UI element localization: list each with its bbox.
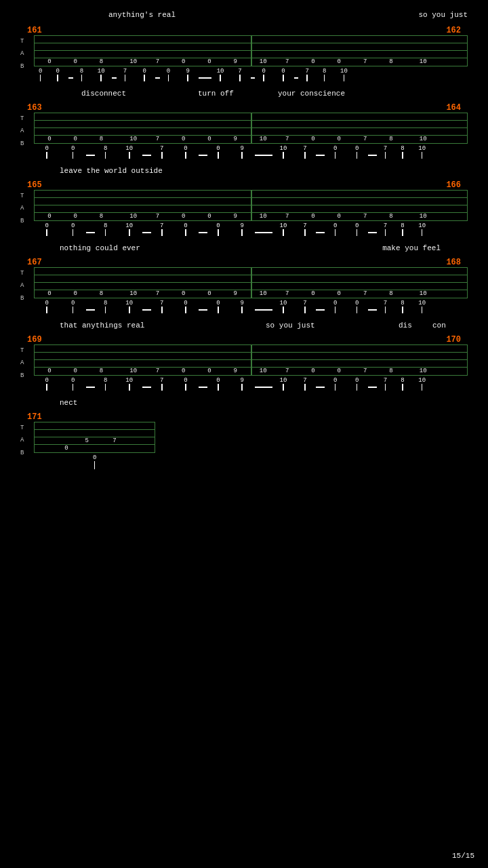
n4-2: 0 (73, 290, 77, 297)
n4-9: 10 (260, 290, 267, 297)
lyric-so-you-just-2: so you just (266, 321, 315, 330)
note-s4-7: 0 (207, 58, 211, 65)
lyric-nothing: nothing could ever (60, 244, 140, 252)
measure-num-171: 171 (27, 412, 42, 422)
n3-10: 7 (285, 213, 289, 220)
page: anything's real so you just 161 162 TAB … (0, 0, 488, 868)
rn-g7-s2: 8 (316, 68, 333, 81)
rhythm-row-4: 0 0 8 10 7 0 0 9 10 7 0 0 7 8 10 (34, 298, 468, 317)
tab-label-2: TAB (20, 113, 24, 150)
measure-num-163: 163 (27, 103, 42, 113)
note-s4-6: 0 (182, 58, 185, 65)
mid-bar-2 (251, 113, 252, 143)
rn-g5-s1: 10 (211, 68, 229, 81)
mid-bar-5 (251, 345, 252, 375)
n3-12: 0 (338, 213, 341, 220)
tab-label-1: TAB (20, 35, 24, 73)
n5-14: 8 (389, 368, 392, 374)
rn-g6-s1: 0 (255, 68, 272, 81)
measure-num-164: 164 (446, 103, 468, 113)
staff-box-1: 0 0 8 10 7 0 0 9 10 7 0 0 7 8 10 (34, 35, 468, 66)
measure-numbers-1: 161 162 (20, 26, 468, 35)
measure-numbers-2: 163 164 (20, 103, 468, 113)
tab-label-3: TAB (20, 190, 24, 227)
page-number: 15/15 (452, 852, 474, 860)
note-s4-12: 0 (338, 58, 341, 65)
n3-5: 7 (156, 213, 159, 220)
lyric-dis: dis (399, 321, 412, 330)
n4-14: 8 (389, 290, 392, 297)
measure-numbers-6: 171 (20, 412, 468, 422)
lyric-row-4: nothing could ever make you feel (20, 244, 468, 256)
n5-5: 7 (156, 368, 159, 374)
n5-9: 10 (260, 368, 267, 374)
staff-box-5: 0 0 8 10 7 0 0 9 10 7 0 0 7 8 10 (34, 344, 468, 376)
rn-g3-s2: 0 (134, 68, 155, 81)
note-s4-13: 7 (363, 58, 367, 65)
n5-7: 0 (207, 368, 211, 374)
n4-11: 0 (311, 290, 314, 297)
n4-4: 10 (129, 290, 137, 297)
n4-8: 9 (233, 290, 237, 297)
tab-label-6: TAB (20, 422, 24, 459)
note-s4-1: 0 (47, 58, 51, 65)
n6-e-1: 0 (64, 445, 68, 452)
rn-g2-s1: 8 (73, 68, 91, 81)
n4-13: 7 (363, 290, 367, 297)
measure-numbers-4: 167 168 (20, 258, 468, 267)
n4-1: 0 (47, 290, 51, 297)
n5-8: 9 (233, 368, 237, 374)
measure-num-165: 165 (27, 180, 42, 190)
lyric-row-6: nect (20, 399, 468, 411)
lyric-con: con (432, 321, 446, 330)
rn-g3-s1: 7 (117, 68, 134, 81)
note-s4-4: 10 (129, 58, 137, 65)
n2-10: 7 (285, 136, 289, 142)
rn-g5-s2: 7 (229, 68, 251, 81)
rn-g4-s2: 9 (177, 68, 199, 81)
n5-13: 7 (363, 368, 367, 374)
n2-2: 0 (73, 136, 77, 142)
note-s4-14: 8 (389, 58, 392, 65)
rhythm-row-5: 0 0 8 10 7 0 0 9 10 7 0 0 7 8 10 (34, 376, 468, 395)
n5-6: 0 (182, 368, 185, 374)
n3-6: 0 (182, 213, 185, 220)
n3-2: 0 (73, 213, 77, 220)
n2-11: 0 (311, 136, 314, 142)
mid-bar-1 (251, 36, 252, 66)
n2-12: 0 (338, 136, 341, 142)
lyric-nect: nect (60, 399, 77, 407)
rn-g1-s1: 0 (34, 68, 47, 81)
n3-7: 0 (207, 213, 211, 220)
staff-system-1: TAB 0 0 8 10 7 0 0 9 10 7 (34, 35, 468, 85)
n3-9: 10 (260, 213, 267, 220)
n4-10: 7 (285, 290, 289, 297)
n4-3: 8 (100, 290, 103, 297)
measure-num-169: 169 (27, 335, 42, 344)
n5-4: 10 (129, 368, 137, 374)
lyric-anythings-real: anything's real (108, 11, 176, 19)
tab-label-4: TAB (20, 267, 24, 304)
note-s4-8: 9 (233, 58, 237, 65)
n2-13: 7 (363, 136, 367, 142)
n4-12: 0 (338, 290, 341, 297)
n2-8: 9 (233, 136, 237, 142)
n3-1: 0 (47, 213, 51, 220)
n5-12: 0 (338, 368, 341, 374)
lyric-row-3: leave the world outside (20, 167, 468, 179)
n3-13: 7 (363, 213, 367, 220)
rhythm-row-1: 0 0 8 10 7 0 (34, 66, 468, 85)
note-s4-15: 10 (420, 58, 427, 65)
rn-g7-s1: 7 (298, 68, 316, 81)
note-s4-10: 7 (285, 58, 289, 65)
staff-system-5: TAB 0 0 8 10 7 0 0 9 10 7 0 0 7 8 10 (34, 344, 468, 395)
n5-3: 8 (100, 368, 103, 374)
mid-bar-4 (251, 268, 252, 298)
rn-g1-s2: 0 (47, 68, 68, 81)
n5-11: 0 (311, 368, 314, 374)
n3-4: 10 (129, 213, 137, 220)
staff-box-6: 5 7 0 (34, 422, 155, 453)
n4-5: 7 (156, 290, 159, 297)
note-s4-3: 8 (100, 58, 103, 65)
lyric-leave: leave the world outside (60, 167, 163, 175)
